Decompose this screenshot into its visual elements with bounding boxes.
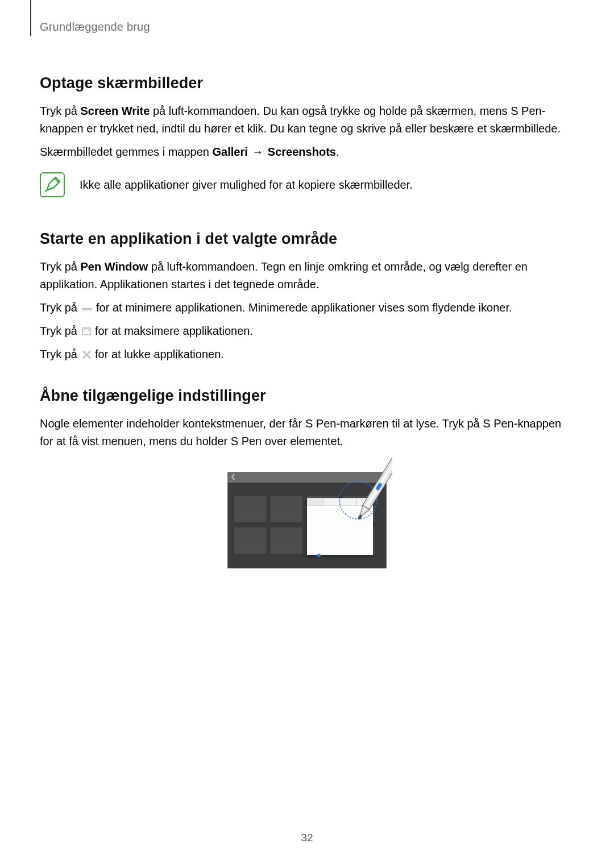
bold-pen-window: Pen Window <box>81 260 148 273</box>
heading-starte-app: Starte en applikation i det valgte områd… <box>40 230 574 248</box>
text: Tryk på <box>40 260 81 273</box>
note-text: Ikke alle applikationer giver mulighed f… <box>80 176 413 193</box>
arrow-icon: → <box>248 146 268 158</box>
s-pen-illustration <box>335 446 392 545</box>
sec3-p1: Nogle elementer indeholder kontekstmenue… <box>40 415 574 450</box>
illustration <box>40 463 574 568</box>
text: Tryk på <box>40 301 81 314</box>
bold-screen-write: Screen Write <box>81 105 150 117</box>
sec2-p4: Tryk på for at lukke applikationen. <box>40 346 574 363</box>
text: Skærmbilledet gemmes i mappen <box>40 146 212 158</box>
sec1-p1: Tryk på Screen Write på luft-kommandoen.… <box>40 102 574 138</box>
text: Tryk på <box>40 325 81 337</box>
hover-dot <box>317 554 321 557</box>
sec2-p1: Tryk på Pen Window på luft-kommandoen. T… <box>40 258 574 293</box>
close-icon <box>82 350 91 359</box>
bold-galleri: Galleri <box>212 146 247 158</box>
running-head-rule <box>30 13 31 36</box>
text: for at lukke applikationen. <box>92 348 224 360</box>
back-icon <box>230 473 237 481</box>
note-row: Ikke alle applikationer giver mulighed f… <box>40 172 574 197</box>
text: for at minimere applikationen. Minimered… <box>93 301 512 314</box>
page-crop-tick <box>30 0 31 13</box>
note-pen-icon <box>40 172 65 197</box>
running-head: Grundlæggende brug <box>40 20 574 34</box>
page-number: 32 <box>0 832 614 844</box>
sec2-p3: Tryk på for at maksimere applikationen. <box>40 322 574 340</box>
sec1-p2: Skærmbilledet gemmes i mappen Galleri → … <box>40 143 574 161</box>
heading-aabne-indstillinger: Åbne tilgængelige indstillinger <box>40 387 574 405</box>
maximize-icon <box>82 327 91 335</box>
text: . <box>336 146 339 158</box>
text: for at maksimere applikationen. <box>92 325 253 337</box>
minimize-icon <box>82 308 92 310</box>
text: Tryk på <box>40 105 81 117</box>
text: Tryk på <box>40 348 81 360</box>
sec2-p2: Tryk på for at minimere applikationen. M… <box>40 299 574 317</box>
heading-optage: Optage skærmbilleder <box>40 74 574 92</box>
bold-screenshots: Screenshots <box>268 146 336 158</box>
